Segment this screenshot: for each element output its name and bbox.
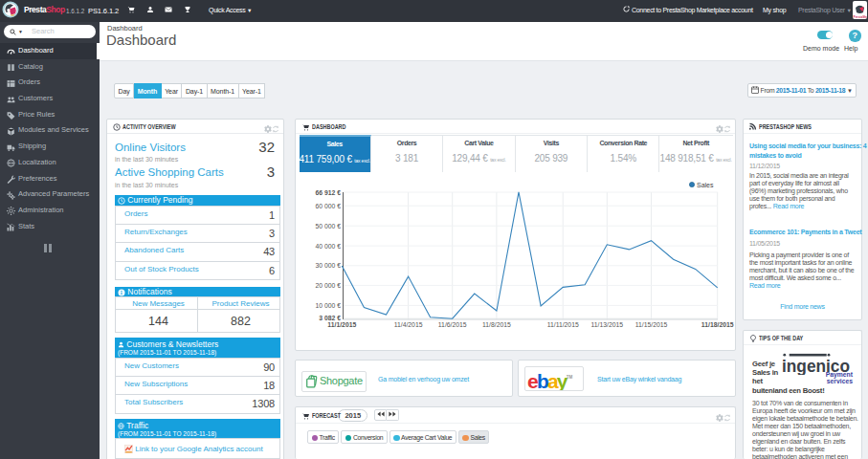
svg-text:PrestaShop: PrestaShop bbox=[854, 15, 868, 19]
svg-text:40 000 €: 40 000 € bbox=[316, 243, 342, 250]
svg-text:20 000 €: 20 000 € bbox=[316, 282, 342, 289]
svg-text:11/8/2015: 11/8/2015 bbox=[482, 321, 511, 328]
svg-text:11/6/2015: 11/6/2015 bbox=[438, 321, 467, 328]
svg-text:66 912 €: 66 912 € bbox=[316, 189, 342, 196]
svg-text:11/1/2015: 11/1/2015 bbox=[327, 321, 356, 328]
svg-text:11/4/2015: 11/4/2015 bbox=[394, 321, 423, 328]
svg-text:30 000 €: 30 000 € bbox=[316, 262, 342, 269]
svg-text:60 000 €: 60 000 € bbox=[316, 203, 342, 209]
svg-text:50 000 €: 50 000 € bbox=[316, 223, 342, 230]
svg-text:11/15/2015: 11/15/2015 bbox=[635, 321, 668, 328]
svg-text:11/18/2015: 11/18/2015 bbox=[701, 321, 734, 328]
svg-text:11/11/2015: 11/11/2015 bbox=[547, 321, 579, 328]
svg-text:11/13/2015: 11/13/2015 bbox=[591, 321, 624, 328]
svg-text:Sales: Sales bbox=[697, 182, 714, 188]
svg-text:10 000 €: 10 000 € bbox=[316, 302, 342, 309]
